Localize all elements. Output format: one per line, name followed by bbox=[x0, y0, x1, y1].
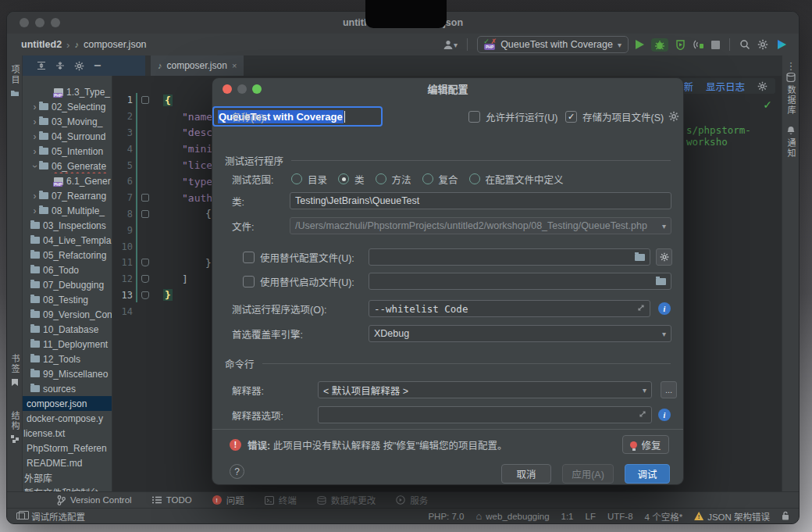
tool-button-structure[interactable]: 结构 bbox=[7, 411, 23, 443]
tree-item[interactable]: › 02_Selecting bbox=[23, 99, 112, 114]
php-version-widget[interactable]: PHP: 7.0 bbox=[428, 512, 464, 521]
tree-item[interactable]: › README.md bbox=[23, 455, 112, 470]
fold-marker[interactable] bbox=[139, 291, 151, 299]
alt-bootstrap-label[interactable]: 使用替代启动文件(U): bbox=[260, 274, 354, 289]
scope-radio-option[interactable]: 类 bbox=[338, 172, 365, 187]
tool-button-database[interactable]: 数据库 bbox=[782, 73, 800, 116]
radio-icon[interactable] bbox=[338, 173, 349, 184]
tree-item[interactable]: › 外部库 bbox=[23, 470, 112, 485]
browse-folder-icon[interactable] bbox=[635, 254, 645, 261]
hide-panel-icon[interactable]: − bbox=[94, 59, 101, 73]
tool-button-todo[interactable]: TODO bbox=[152, 495, 192, 505]
ide-gradient-icon[interactable] bbox=[775, 38, 788, 51]
fold-marker[interactable] bbox=[139, 259, 151, 266]
tree-item[interactable]: › 03_Inspections bbox=[23, 218, 112, 233]
alt-config-gear-button[interactable] bbox=[656, 248, 672, 266]
scope-radio-option[interactable]: 在配置文件中定义 bbox=[469, 172, 564, 187]
tool-button-problems[interactable]: ! 问题 bbox=[212, 494, 244, 506]
encoding-widget[interactable]: UTF-8 bbox=[607, 512, 633, 521]
line-ending-widget[interactable]: LF bbox=[586, 512, 596, 521]
json-schema-widget[interactable]: ! JSON 架构错误 bbox=[694, 510, 770, 523]
tree-item[interactable]: › 03_Moving_ bbox=[23, 114, 112, 129]
info-icon[interactable]: i bbox=[658, 409, 671, 421]
panel-settings-gear-icon[interactable] bbox=[74, 61, 84, 71]
alt-config-label[interactable]: 使用替代配置文件(U): bbox=[260, 250, 354, 265]
search-everywhere-icon[interactable] bbox=[739, 39, 750, 50]
chevron-icon[interactable]: › bbox=[30, 102, 39, 112]
chevron-icon[interactable]: › bbox=[30, 191, 39, 202]
breadcrumb-file[interactable]: composer.json bbox=[84, 39, 147, 50]
expand-field-icon[interactable] bbox=[639, 410, 646, 420]
expand-field-icon[interactable] bbox=[637, 304, 645, 313]
scope-radio-option[interactable]: 复合 bbox=[422, 172, 458, 187]
tool-button-notifications[interactable]: 通知 bbox=[782, 126, 800, 159]
scope-radio-option[interactable]: 方法 bbox=[376, 172, 411, 187]
run-button[interactable] bbox=[636, 40, 644, 49]
run-configuration-selector[interactable]: ✓✗PHP QueueTest with Coverage ▾ bbox=[477, 36, 629, 53]
runner-options-input[interactable]: --whitelist Code bbox=[369, 300, 650, 317]
server-widget[interactable]: ⌂ web_debugging bbox=[475, 510, 549, 522]
radio-icon[interactable] bbox=[376, 173, 386, 184]
allow-parallel-checkbox[interactable] bbox=[468, 111, 480, 123]
radio-icon[interactable] bbox=[291, 173, 302, 184]
user-account-icon[interactable]: ▾ bbox=[443, 39, 458, 50]
inspections-ok-icon[interactable]: ✓ bbox=[763, 98, 772, 111]
settings-gear-icon[interactable] bbox=[757, 39, 768, 50]
tree-item[interactable]: › 08_Testing bbox=[23, 292, 112, 307]
alt-config-input[interactable] bbox=[369, 248, 650, 266]
expand-all-icon[interactable] bbox=[37, 61, 46, 70]
chevron-icon[interactable]: › bbox=[30, 116, 39, 127]
stacked-windows-icon[interactable] bbox=[16, 512, 25, 520]
fold-marker[interactable] bbox=[139, 210, 151, 218]
fix-button[interactable]: 修复 bbox=[622, 435, 669, 454]
show-log-link[interactable]: 显示日志 bbox=[706, 79, 745, 94]
fold-marker[interactable] bbox=[139, 275, 151, 283]
tool-button-terminal[interactable]: 终端 bbox=[265, 494, 297, 506]
tab-close-icon[interactable]: × bbox=[232, 61, 237, 70]
tree-item[interactable]: › 99_Miscellaneo bbox=[23, 366, 112, 381]
tree-item[interactable]: › 6.1_Gener bbox=[23, 173, 112, 188]
tree-item[interactable]: › PhpStorm_Referen bbox=[23, 441, 112, 455]
tree-item[interactable]: › 11_Deployment bbox=[23, 337, 112, 352]
interpreter-options-input[interactable] bbox=[318, 406, 652, 423]
tree-item[interactable]: › 06_Todo bbox=[23, 262, 112, 277]
tree-item[interactable]: › 04_Surround bbox=[23, 129, 112, 144]
interpreter-more-button[interactable]: ... bbox=[661, 381, 677, 398]
stop-button[interactable] bbox=[711, 41, 720, 49]
apply-button[interactable]: 应用(A) bbox=[562, 464, 614, 484]
more-tool-windows-icon[interactable]: ⋮ bbox=[782, 60, 800, 72]
tree-item[interactable]: › 1.3_Type_ bbox=[23, 84, 112, 99]
tree-item[interactable]: › 07_Debugging bbox=[23, 277, 112, 292]
indent-widget[interactable]: 4 个空格* bbox=[645, 510, 683, 523]
browse-folder-icon[interactable] bbox=[656, 278, 666, 285]
run-with-coverage-button[interactable] bbox=[675, 39, 686, 50]
tool-button-project[interactable]: 项目 bbox=[7, 65, 23, 97]
tool-button-bookmarks[interactable]: 书签 bbox=[7, 354, 23, 387]
write-lock-icon[interactable] bbox=[782, 511, 789, 522]
tree-item[interactable]: › composer.json bbox=[23, 396, 112, 411]
chevron-icon[interactable]: › bbox=[30, 146, 39, 157]
tree-item[interactable]: › 暂存文件和控制台 bbox=[23, 485, 112, 491]
tree-item[interactable]: › 06_Generate bbox=[23, 159, 112, 173]
scope-radio-option[interactable]: 目录 bbox=[291, 172, 327, 187]
tree-item[interactable]: › 07_Rearrang bbox=[23, 188, 112, 203]
info-icon[interactable]: i bbox=[658, 302, 671, 315]
tree-item[interactable]: › license.txt bbox=[23, 426, 112, 441]
debug-button[interactable]: 调试 bbox=[625, 464, 670, 484]
tree-item[interactable]: › 05_Refactoring bbox=[23, 248, 112, 262]
interpreter-combo[interactable]: < 默认项目解释器 > ▾ bbox=[318, 381, 652, 398]
fold-marker[interactable] bbox=[139, 96, 151, 104]
radio-icon[interactable] bbox=[469, 173, 480, 184]
profiler-button[interactable] bbox=[693, 39, 704, 50]
debug-button[interactable] bbox=[651, 38, 668, 52]
alt-bootstrap-checkbox[interactable] bbox=[243, 276, 255, 287]
alt-bootstrap-input[interactable] bbox=[369, 273, 671, 290]
tool-button-services[interactable]: 服务 bbox=[396, 494, 428, 506]
tree-item[interactable]: › 12_Tools bbox=[23, 352, 112, 366]
radio-icon[interactable] bbox=[422, 173, 433, 184]
tab-composer-json[interactable]: ♪ composer.json × bbox=[151, 55, 244, 76]
allow-parallel-label[interactable]: 允许并行运行(U) bbox=[486, 109, 557, 124]
tool-button-database-changes[interactable]: 数据库更改 bbox=[317, 494, 376, 506]
class-input[interactable]: Testing\JetBrains\QueueTest bbox=[290, 192, 671, 209]
tree-item[interactable]: › 10_Database bbox=[23, 322, 112, 337]
